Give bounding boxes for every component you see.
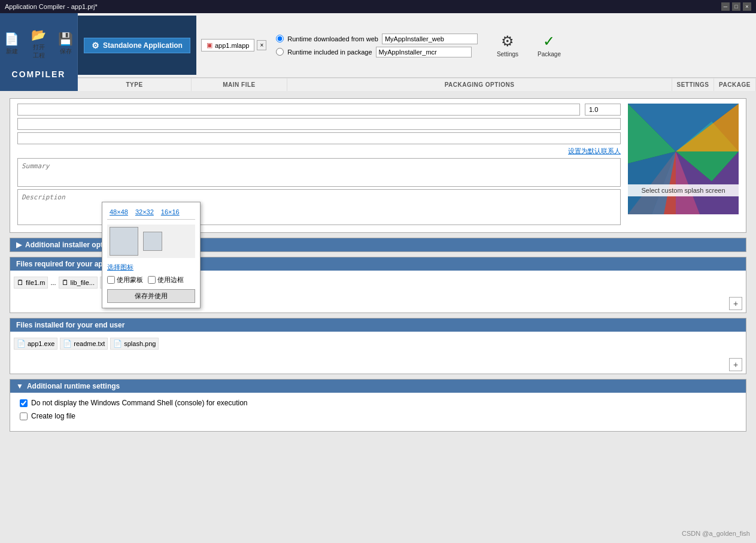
list-item: 📄 readme.txt — [60, 338, 108, 350]
create-log-checkbox[interactable] — [20, 412, 28, 420]
watermark: CSDN @a_golden_fish — [682, 530, 750, 537]
create-log-row: Create log file — [20, 412, 736, 420]
list-item: 🗒 file1.m — [14, 277, 48, 289]
files-installed-content: 📄 app1.exe 📄 readme.txt 📄 splash.png — [10, 332, 746, 356]
package-icon: ✓ — [543, 33, 555, 50]
title-bar: Application Compiler - app1.prj* ─ □ × — [0, 0, 756, 13]
choose-icon-link[interactable]: 选择图标 — [107, 263, 195, 272]
save-use-button[interactable]: 保存并使用 — [107, 289, 195, 303]
new-icon: 📄 — [4, 32, 19, 46]
main-file-label: MAIN FILE — [192, 78, 287, 91]
open-icon: 📂 — [31, 28, 46, 42]
set-default-link[interactable]: 设置为默认联系人 — [17, 147, 621, 156]
version-input[interactable] — [585, 104, 621, 116]
version-row — [17, 104, 621, 116]
app-name-input[interactable] — [17, 104, 580, 116]
new-button[interactable]: 📄 新建 — [0, 25, 24, 62]
files-installed-section: Files installed for your end user 📄 app1… — [10, 318, 746, 374]
splash-overlay: Select custom splash screen — [628, 184, 739, 196]
add-installed-file-button[interactable]: + — [729, 358, 742, 371]
no-console-checkbox[interactable] — [20, 399, 28, 407]
summary-row — [17, 158, 621, 187]
author-row — [17, 118, 621, 130]
settings-pkg-section: ⚙ Settings ✓ Package — [482, 29, 575, 61]
runtime-pkg-radio[interactable] — [276, 48, 284, 56]
packaging-section: Runtime downloaded from web Runtime incl… — [271, 31, 482, 60]
icon-tabs: 48×48 32×32 16×16 — [107, 207, 195, 220]
settings-icon: ⚙ — [501, 33, 514, 50]
package-button[interactable]: ✓ Package — [530, 29, 568, 61]
author-input[interactable] — [17, 118, 621, 130]
use-border-checkbox[interactable] — [148, 276, 156, 284]
list-item: 📄 app1.exe — [14, 338, 57, 350]
files-installed-header: Files installed for your end user — [10, 318, 746, 332]
package-label: PACKAGE — [714, 78, 756, 91]
minimize-button[interactable]: ─ — [721, 2, 730, 11]
list-item: 🗒 lib_file... — [59, 277, 98, 289]
settings-label: SETTINGS — [672, 78, 714, 91]
compiler-label: COMPILER — [12, 69, 66, 79]
runtime-settings-section: ▼ Additional runtime settings Do not dis… — [10, 379, 746, 432]
icon-popup: 48×48 32×32 16×16 选择图标 使用蒙板 使用边框 保存并使用 — [102, 202, 201, 308]
compiler-section: 📄 新建 📂 打开 工程 💾 保存 COMPILER — [0, 13, 78, 91]
icon-tab-32[interactable]: 32×32 — [133, 207, 156, 217]
icon-checkboxes: 使用蒙板 使用边框 — [107, 275, 195, 284]
summary-textarea[interactable] — [17, 158, 621, 187]
main-file-section: ▣ app1.mlapp × — [196, 39, 271, 51]
remove-file-button[interactable]: × — [257, 40, 266, 50]
runtime-web-input[interactable] — [382, 34, 478, 44]
form-right: Select custom splash screen — [628, 104, 739, 227]
runtime-pkg-input[interactable] — [376, 47, 472, 57]
file-icon: 🗒 — [17, 278, 24, 287]
file-icon: 🗒 — [62, 278, 69, 287]
icon-previews — [107, 225, 195, 258]
collapse-icon: ▼ — [16, 382, 23, 390]
mlapp-icon: ▣ — [207, 41, 212, 49]
expand-icon: ▶ — [16, 241, 22, 249]
open-button[interactable]: 📂 打开 工程 — [26, 25, 51, 62]
toolbar-labels: TYPE MAIN FILE PACKAGING OPTIONS SETTING… — [78, 78, 756, 91]
standalone-icon: ⚙ — [92, 41, 99, 50]
runtime-settings-header[interactable]: ▼ Additional runtime settings — [10, 380, 746, 393]
main-content: 48×48 32×32 16×16 选择图标 使用蒙板 使用边框 保存并使用 — [0, 91, 756, 543]
toolbar: 📄 新建 📂 打开 工程 💾 保存 COMPILER ⚙ — [0, 13, 756, 91]
runtime-web-radio[interactable] — [276, 35, 284, 43]
runtime-settings-content: Do not display the Windows Command Shell… — [10, 393, 746, 431]
add-required-file-button[interactable]: + — [729, 297, 742, 310]
splash-preview[interactable]: Select custom splash screen — [628, 104, 739, 214]
window-controls: ─ □ × — [721, 2, 751, 11]
no-console-row: Do not display the Windows Command Shell… — [20, 399, 736, 407]
standalone-badge: ⚙ Standalone Application — [84, 38, 190, 53]
use-template-label[interactable]: 使用蒙板 — [107, 275, 143, 284]
email-input[interactable] — [17, 132, 621, 144]
close-button[interactable]: × — [743, 2, 751, 11]
save-button[interactable]: 💾 保存 — [53, 25, 78, 62]
exe-icon: 📄 — [17, 339, 26, 348]
list-item: 📄 splash.png — [110, 338, 159, 350]
packaging-label: PACKAGING OPTIONS — [287, 78, 672, 91]
icon-preview-48 — [110, 227, 138, 256]
use-template-checkbox[interactable] — [107, 276, 115, 284]
txt-icon: 📄 — [63, 339, 72, 348]
type-label: TYPE — [78, 78, 192, 91]
splash-svg — [628, 104, 739, 214]
icon-tab-48[interactable]: 48×48 — [107, 207, 130, 217]
main-file-badge: ▣ app1.mlapp — [201, 39, 255, 51]
settings-button[interactable]: ⚙ Settings — [490, 29, 526, 61]
window-title: Application Compiler - app1.prj* — [5, 3, 98, 10]
png-icon: 📄 — [113, 339, 122, 348]
add-installed-file-container: + — [10, 356, 746, 374]
use-border-label[interactable]: 使用边框 — [148, 275, 184, 284]
icon-tab-16[interactable]: 16×16 — [159, 207, 182, 217]
save-icon: 💾 — [58, 32, 73, 46]
maximize-button[interactable]: □ — [732, 2, 740, 11]
icon-preview-32 — [143, 232, 162, 251]
email-row — [17, 132, 621, 144]
